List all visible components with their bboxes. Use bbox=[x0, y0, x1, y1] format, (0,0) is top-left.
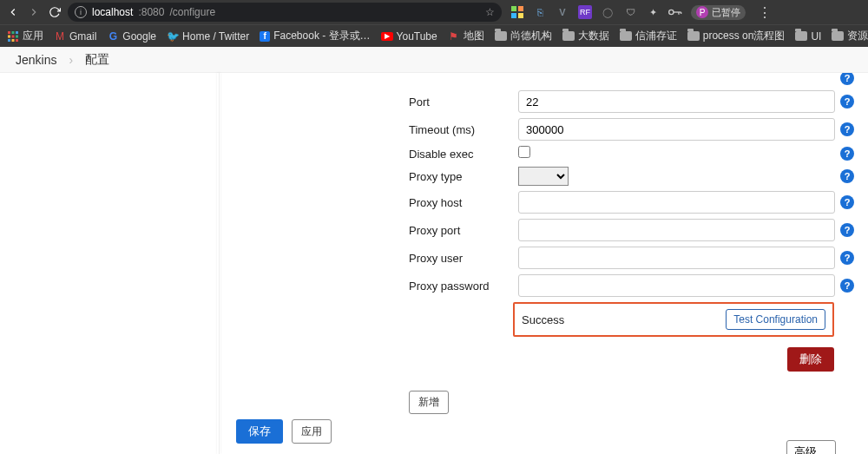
test-configuration-button[interactable]: Test Configuration bbox=[726, 309, 825, 330]
proxy-type-label: Proxy type bbox=[409, 170, 513, 183]
apps-icon bbox=[7, 30, 19, 43]
site-info-icon[interactable]: i bbox=[75, 6, 87, 18]
bookmarks-bar: 应用 MGmail GGoogle 🐦Home / Twitter fFaceb… bbox=[0, 24, 868, 47]
advanced-button[interactable]: 高级… bbox=[786, 440, 836, 454]
help-icon[interactable]: ? bbox=[840, 147, 854, 161]
proxy-port-label: Proxy port bbox=[409, 224, 513, 237]
url-path: /configure bbox=[169, 6, 215, 18]
ext-icon-2[interactable]: ⎘ bbox=[533, 5, 547, 19]
bookmark-youtube[interactable]: ▶YouTube bbox=[381, 30, 437, 43]
svg-point-4 bbox=[669, 10, 674, 14]
svg-rect-0 bbox=[511, 6, 516, 11]
google-icon: G bbox=[107, 30, 119, 43]
gmail-icon: M bbox=[54, 30, 66, 43]
disable-exec-checkbox[interactable] bbox=[518, 146, 530, 158]
bookmark-folder-4[interactable]: process on流程图 bbox=[687, 29, 786, 43]
delete-button[interactable]: 删除 bbox=[787, 347, 834, 372]
profile-avatar: P bbox=[696, 6, 708, 18]
save-button[interactable]: 保存 bbox=[236, 419, 283, 444]
folder-icon bbox=[832, 30, 844, 43]
folder-icon bbox=[795, 30, 807, 43]
footer-buttons: 保存 应用 bbox=[236, 419, 332, 444]
extensions-puzzle-icon[interactable]: ✦ bbox=[646, 5, 660, 19]
bookmark-apps[interactable]: 应用 bbox=[7, 29, 43, 43]
main-content: ? Port ? Timeout (ms) ? Disable exec ? P… bbox=[220, 73, 868, 454]
help-icon[interactable]: ? bbox=[840, 122, 854, 136]
test-configuration-box: Success Test Configuration bbox=[513, 302, 834, 337]
svg-rect-16 bbox=[16, 39, 18, 42]
disable-exec-label: Disable exec bbox=[409, 148, 513, 161]
apply-button[interactable]: 应用 bbox=[292, 419, 332, 444]
proxy-port-input[interactable] bbox=[518, 219, 835, 241]
help-icon[interactable]: ? bbox=[840, 95, 854, 109]
key-icon[interactable] bbox=[668, 5, 682, 19]
svg-rect-14 bbox=[8, 39, 10, 42]
proxy-password-input[interactable] bbox=[518, 274, 835, 297]
profile-status-label: 已暂停 bbox=[712, 6, 740, 19]
svg-rect-10 bbox=[16, 31, 18, 34]
help-icon[interactable]: ? bbox=[840, 223, 854, 237]
bookmark-folder-5[interactable]: UI bbox=[795, 30, 821, 43]
sidebar bbox=[0, 73, 220, 454]
ext-icon-circle[interactable]: ◯ bbox=[601, 5, 615, 19]
svg-rect-12 bbox=[12, 35, 15, 37]
breadcrumb-current[interactable]: 配置 bbox=[85, 52, 109, 68]
folder-icon bbox=[562, 30, 575, 43]
extension-icons: ⎘ V RF ◯ 🛡 ✦ P已暂停 ⋮ bbox=[510, 4, 772, 21]
ext-icon-1[interactable] bbox=[510, 5, 524, 19]
form-area: ? Port ? Timeout (ms) ? Disable exec ? P… bbox=[409, 73, 854, 454]
svg-rect-8 bbox=[8, 31, 10, 34]
back-button[interactable] bbox=[5, 4, 21, 20]
address-bar[interactable]: i localhost:8080/configure ☆ bbox=[68, 3, 502, 22]
bookmark-folder-3[interactable]: 信浦存证 bbox=[620, 29, 677, 43]
maps-icon: ⚑ bbox=[448, 30, 460, 43]
youtube-icon: ▶ bbox=[381, 32, 393, 41]
svg-rect-3 bbox=[518, 13, 523, 18]
bookmark-folder-2[interactable]: 大数据 bbox=[562, 29, 609, 43]
svg-rect-15 bbox=[12, 39, 15, 42]
bookmark-twitter[interactable]: 🐦Home / Twitter bbox=[167, 30, 249, 43]
bookmark-folder-1[interactable]: 尚德机构 bbox=[495, 29, 552, 43]
port-input[interactable] bbox=[518, 90, 835, 113]
svg-rect-9 bbox=[12, 31, 15, 34]
folder-icon bbox=[495, 30, 507, 43]
ext-icon-shield[interactable]: 🛡 bbox=[623, 5, 637, 19]
bookmark-maps[interactable]: ⚑地图 bbox=[448, 29, 484, 43]
bookmark-star-icon[interactable]: ☆ bbox=[485, 6, 495, 18]
profile-status[interactable]: P已暂停 bbox=[691, 5, 746, 20]
browser-menu-icon[interactable]: ⋮ bbox=[758, 4, 772, 21]
help-icon[interactable]: ? bbox=[840, 251, 854, 265]
proxy-user-label: Proxy user bbox=[409, 252, 513, 265]
vue-icon[interactable]: V bbox=[556, 5, 569, 19]
help-icon[interactable]: ? bbox=[840, 279, 854, 293]
help-icon[interactable]: ? bbox=[840, 169, 854, 183]
add-button[interactable]: 新增 bbox=[409, 391, 449, 414]
bookmark-google[interactable]: GGoogle bbox=[107, 30, 156, 43]
forward-button[interactable] bbox=[26, 4, 42, 20]
bookmark-gmail[interactable]: MGmail bbox=[54, 30, 96, 43]
proxy-user-input[interactable] bbox=[518, 247, 835, 269]
test-status: Success bbox=[522, 313, 564, 326]
reload-button[interactable] bbox=[47, 4, 62, 20]
proxy-type-select[interactable] bbox=[518, 167, 569, 186]
svg-rect-1 bbox=[518, 6, 523, 11]
breadcrumb: Jenkins › 配置 bbox=[0, 47, 868, 73]
breadcrumb-root[interactable]: Jenkins bbox=[16, 53, 56, 67]
folder-icon bbox=[687, 30, 700, 43]
proxy-host-input[interactable] bbox=[518, 191, 835, 214]
ext-icon-rf[interactable]: RF bbox=[578, 5, 592, 19]
twitter-icon: 🐦 bbox=[167, 30, 179, 43]
proxy-host-label: Proxy host bbox=[409, 196, 513, 209]
bookmark-facebook[interactable]: fFacebook - 登录或… bbox=[260, 29, 370, 43]
timeout-label: Timeout (ms) bbox=[409, 123, 513, 136]
facebook-icon: f bbox=[260, 31, 270, 42]
port-label: Port bbox=[409, 95, 513, 109]
help-icon[interactable]: ? bbox=[840, 195, 854, 209]
url-port: :8080 bbox=[138, 6, 164, 18]
svg-rect-2 bbox=[511, 13, 516, 18]
help-icon[interactable]: ? bbox=[840, 73, 854, 85]
folder-icon bbox=[620, 30, 632, 43]
bookmark-folder-6[interactable]: 资源网站 bbox=[832, 29, 868, 43]
breadcrumb-sep: › bbox=[69, 53, 73, 67]
timeout-input[interactable] bbox=[518, 118, 835, 141]
